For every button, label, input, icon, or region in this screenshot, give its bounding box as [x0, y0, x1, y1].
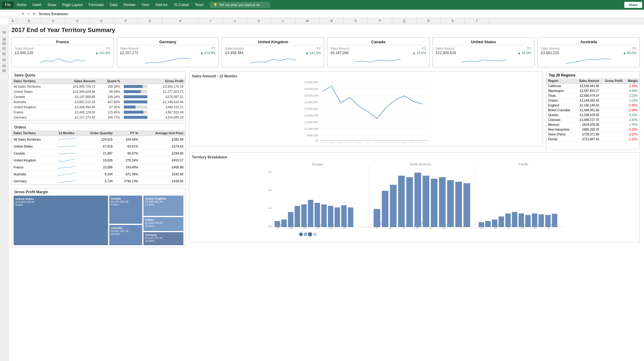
col-header-P: P	[368, 18, 392, 24]
col-header-N: N	[320, 18, 344, 24]
kpi-us-sparkline	[436, 56, 531, 65]
svg-rect-75	[464, 183, 470, 227]
svg-text:£2,000,000: £2,000,000	[304, 114, 318, 117]
menu-home[interactable]: Home	[14, 2, 29, 8]
row-59: 59	[0, 37, 8, 42]
top20-scroll[interactable]: Region Sales Amount Gross Profit Margin …	[546, 78, 639, 146]
menu-insert[interactable]: Insert	[29, 2, 44, 8]
menu-view[interactable]: View	[139, 2, 153, 8]
sq-header-territory: Sales Territory	[12, 78, 58, 84]
left-column: Sales Quota Sales Territory Sales Amount…	[12, 71, 186, 247]
sq-row-us: United States £22,909,628.84 98.49% £1,2…	[12, 89, 185, 94]
territory-breakdown-title: Territory Breakdown	[192, 155, 637, 159]
sq-row-france: France £3,400,129.00 115.65% £367,502.49	[12, 110, 185, 115]
menu-file[interactable]: File	[2, 2, 14, 8]
col-header-F: F	[114, 18, 138, 24]
svg-text:£1,500,000: £1,500,000	[304, 121, 318, 124]
svg-rect-46	[301, 204, 307, 227]
svg-text:£1,000,000: £1,000,000	[304, 127, 318, 130]
sales-quota-box: Sales Quota Sales Territory Sales Amount…	[12, 71, 186, 120]
svg-text:Sep: Sep	[393, 142, 397, 143]
svg-text:Dec: Dec	[420, 142, 425, 143]
col-header-R: R	[416, 18, 441, 24]
ord-row-canada: Canada 21,887 68.97% £294.86	[12, 150, 185, 157]
formula-content: Territory Breakdown	[37, 11, 69, 16]
ord-header-py: PY %	[114, 130, 140, 136]
sq-header-quota: Quota %	[97, 78, 122, 84]
svg-text:Nov: Nov	[411, 142, 416, 143]
gross-profit-title: Gross Profit Margin	[12, 188, 185, 195]
col-header-M: M	[295, 18, 320, 24]
kpi-france-title: France	[15, 40, 110, 45]
kpi-cards-row: France Sales AmountPY £3,400,129 ▲ 147.8…	[12, 37, 640, 67]
formula-fx-icon: fx	[32, 12, 36, 16]
main-grid: Sales Quota Sales Territory Sales Amount…	[12, 71, 640, 247]
col-header-I: I	[199, 18, 223, 24]
sq-row-australia: Australia £3,881,215.18 447.66% £1,148,6…	[12, 99, 185, 105]
kpi-card-france: France Sales AmountPY £3,400,129 ▲ 147.8…	[12, 37, 114, 67]
tell-me-input[interactable]: 💡 Tell me what you want to do	[210, 2, 270, 8]
ord-row-australia: Australia 8,344 871.36% £542.60	[12, 171, 185, 178]
top-right-row: Sales Amount - 12 Months £4,500,000 £4,0…	[189, 71, 640, 149]
row-63: 63	[0, 57, 8, 63]
top20-row-bc: British Columbia £1,484,961.66 -2.48%	[546, 108, 639, 113]
svg-text:£4,000,000: £4,000,000	[304, 87, 318, 90]
orders-box: Orders Sales Territory 12 Months Order Q…	[12, 123, 186, 185]
svg-point-63	[313, 233, 317, 236]
column-headers-row: A B C D E F G H I J K L M N O P Q R S T	[8, 18, 644, 24]
formula-check-icon[interactable]: ✓	[26, 11, 31, 16]
kpi-uk-title: United Kingdom	[225, 40, 321, 45]
col-header-A: A	[8, 18, 17, 24]
svg-rect-48	[315, 203, 320, 227]
svg-rect-66	[390, 185, 397, 227]
ord-row-france: France 10,006 243.49% £406.98	[12, 164, 185, 171]
row-58: 58	[0, 28, 8, 37]
sq-header-amount: Sales Amount	[58, 78, 97, 84]
svg-rect-52	[341, 205, 347, 227]
treemap-cell-australia: Australia £3,881,215.18 29.59%	[109, 224, 143, 246]
kpi-france-amount: £3,400,129	[15, 51, 33, 55]
sales-quota-title: Sales Quota	[12, 72, 185, 78]
menu-team[interactable]: Team	[192, 2, 207, 8]
row-numbers: 58 59 60 61 62 63 64 65	[0, 24, 8, 361]
kpi-card-germany: Germany Sales AmountPY £2,157,272 ▲ 313.…	[117, 37, 219, 67]
menu-formulas[interactable]: Formulas	[86, 2, 107, 8]
kpi-france-values: £3,400,129 ▲ 147.8%	[15, 51, 110, 55]
svg-text:Aug: Aug	[383, 142, 388, 143]
line-chart-box: Sales Amount - 12 Months £4,500,000 £4,0…	[189, 71, 543, 146]
menu-data[interactable]: Data	[107, 2, 120, 8]
menu-page-layout[interactable]: Page Layout	[59, 2, 85, 8]
sq-row-germany: Germany £2,157,272.42 166.71% £334,983.1…	[12, 115, 185, 120]
top20-row-colorado: Colorado £1,086,727.75 2.82%	[546, 118, 639, 122]
formula-x-icon[interactable]: ✕	[21, 11, 25, 16]
svg-rect-67	[398, 176, 405, 227]
menu-addins[interactable]: Add-ins	[152, 2, 171, 8]
ord-header-avg: Average Unit Price	[140, 130, 185, 136]
row-64: 64	[0, 63, 8, 69]
treemap-area: United States £22,909,628.84 5.58% Canad…	[13, 195, 184, 246]
share-button[interactable]: Share	[624, 2, 642, 8]
orders-title: Orders	[12, 124, 185, 130]
svg-text:Jul: Jul	[375, 142, 379, 143]
svg-text:Pacific: Pacific	[518, 162, 528, 166]
kpi-australia-title: Australia	[541, 40, 636, 45]
menu-review[interactable]: Review	[120, 2, 138, 8]
svg-text:£3,000,000: £3,000,000	[304, 101, 318, 104]
top20-row-missouri: Missouri £824,978.06 1.75%	[546, 122, 639, 127]
ord-row-uk: United Kingdom 10,026 270.24% £415.57	[12, 157, 185, 164]
menu-draw[interactable]: Draw	[44, 2, 59, 8]
menu-xlcubed[interactable]: XLCubed	[171, 2, 192, 8]
kpi-us-title: United States	[436, 40, 531, 45]
svg-text:Oct: Oct	[402, 142, 406, 143]
treemap-cell-canada: Canada £6,187,089.89 4.46%	[109, 195, 143, 224]
kpi-card-australia: Australia Sales AmountPY £3,881,215 ▲ 80…	[537, 37, 640, 67]
cell-ref-input[interactable]	[1, 11, 19, 17]
line-chart-title: Sales Amount - 12 Months	[192, 74, 540, 78]
kpi-france-sparkline	[15, 56, 110, 65]
svg-text:2M: 2M	[268, 189, 271, 191]
svg-rect-85	[499, 216, 504, 227]
top20-box: Top 20 Regions Region Sales Amount Gross…	[546, 71, 640, 149]
row-62: 62	[0, 51, 8, 57]
col-header-C: C	[41, 18, 65, 24]
svg-text:Mar: Mar	[338, 142, 343, 143]
